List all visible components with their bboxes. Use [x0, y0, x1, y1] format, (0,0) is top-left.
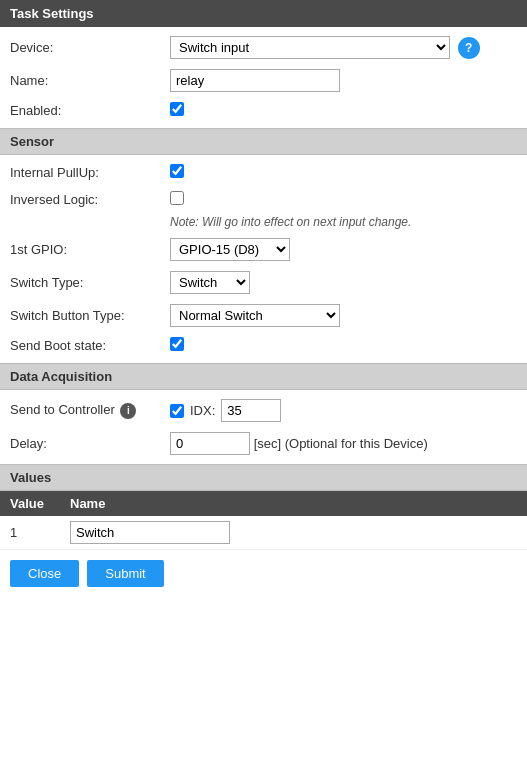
gpio-select[interactable]: GPIO-15 (D8)	[170, 238, 290, 261]
button-type-select[interactable]: Normal Switch	[170, 304, 340, 327]
name-cell	[160, 64, 527, 97]
sensor-section: Internal PullUp: Inversed Logic: Note: W…	[0, 155, 527, 363]
table-row: 1	[0, 516, 527, 550]
boot-state-cell	[160, 332, 527, 359]
delay-unit: [sec] (Optional for this Device)	[254, 436, 428, 451]
info-icon: i	[120, 403, 136, 419]
data-acquisition-section: Send to Controller i IDX: Delay: [sec] (…	[0, 390, 527, 464]
enabled-label: Enabled:	[0, 97, 160, 124]
pullup-row: Internal PullUp:	[0, 159, 527, 186]
button-row: Close Submit	[0, 550, 527, 597]
inversed-cell	[160, 186, 527, 213]
idx-input[interactable]	[221, 399, 281, 422]
send-controller-label: Send to Controller	[10, 402, 115, 417]
name-cell	[60, 516, 527, 550]
values-header-row: Value Name	[0, 491, 527, 516]
device-label: Device:	[0, 31, 160, 64]
values-table: Value Name 1	[0, 491, 527, 550]
submit-button[interactable]: Submit	[87, 560, 163, 587]
task-settings-section: Device: Switch input ? Name: Enabled:	[0, 27, 527, 128]
send-row: IDX:	[170, 399, 517, 422]
boot-state-checkbox[interactable]	[170, 337, 184, 351]
send-controller-cell: IDX:	[160, 394, 527, 427]
delay-cell: [sec] (Optional for this Device)	[160, 427, 527, 460]
task-settings-header: Task Settings	[0, 0, 527, 27]
data-acquisition-header: Data Acquisition	[0, 363, 527, 390]
device-cell: Switch input ?	[160, 31, 527, 64]
send-controller-label-cell: Send to Controller i	[0, 394, 160, 427]
name-row: Name:	[0, 64, 527, 97]
switch-type-cell: Switch	[160, 266, 527, 299]
device-row: Device: Switch input ?	[0, 31, 527, 64]
delay-label: Delay:	[0, 427, 160, 460]
switch-type-row: Switch Type: Switch	[0, 266, 527, 299]
boot-state-row: Send Boot state:	[0, 332, 527, 359]
idx-label: IDX:	[190, 403, 215, 418]
col-name: Name	[60, 491, 527, 516]
gpio-label: 1st GPIO:	[0, 233, 160, 266]
values-header: Values	[0, 464, 527, 491]
send-controller-row: Send to Controller i IDX:	[0, 394, 527, 427]
switch-type-label: Switch Type:	[0, 266, 160, 299]
sensor-note: Note: Will go into effect on next input …	[0, 213, 527, 233]
sensor-header: Sensor	[0, 128, 527, 155]
sensor-table: Internal PullUp: Inversed Logic:	[0, 159, 527, 213]
data-acquisition-table: Send to Controller i IDX: Delay: [sec] (…	[0, 394, 527, 460]
inversed-label: Inversed Logic:	[0, 186, 160, 213]
values-tbody: 1	[0, 516, 527, 550]
gpio-row: 1st GPIO: GPIO-15 (D8)	[0, 233, 527, 266]
delay-row: Delay: [sec] (Optional for this Device)	[0, 427, 527, 460]
enabled-row: Enabled:	[0, 97, 527, 124]
name-input[interactable]	[170, 69, 340, 92]
gpio-cell: GPIO-15 (D8)	[160, 233, 527, 266]
enabled-checkbox[interactable]	[170, 102, 184, 116]
enabled-cell	[160, 97, 527, 124]
values-thead: Value Name	[0, 491, 527, 516]
send-controller-checkbox[interactable]	[170, 404, 184, 418]
help-button[interactable]: ?	[458, 37, 480, 59]
switch-type-select[interactable]: Switch	[170, 271, 250, 294]
delay-input[interactable]	[170, 432, 250, 455]
task-settings-table: Device: Switch input ? Name: Enabled:	[0, 31, 527, 124]
pullup-cell	[160, 159, 527, 186]
button-type-label: Switch Button Type:	[0, 299, 160, 332]
value-name-input[interactable]	[70, 521, 230, 544]
boot-state-label: Send Boot state:	[0, 332, 160, 359]
close-button[interactable]: Close	[10, 560, 79, 587]
button-type-row: Switch Button Type: Normal Switch	[0, 299, 527, 332]
name-label: Name:	[0, 64, 160, 97]
device-select[interactable]: Switch input	[170, 36, 450, 59]
button-type-cell: Normal Switch	[160, 299, 527, 332]
value-cell: 1	[0, 516, 60, 550]
inversed-row: Inversed Logic:	[0, 186, 527, 213]
pullup-label: Internal PullUp:	[0, 159, 160, 186]
inversed-checkbox[interactable]	[170, 191, 184, 205]
sensor-gpio-table: 1st GPIO: GPIO-15 (D8) Switch Type: Swit…	[0, 233, 527, 359]
values-section: Value Name 1	[0, 491, 527, 550]
pullup-checkbox[interactable]	[170, 164, 184, 178]
col-value: Value	[0, 491, 60, 516]
